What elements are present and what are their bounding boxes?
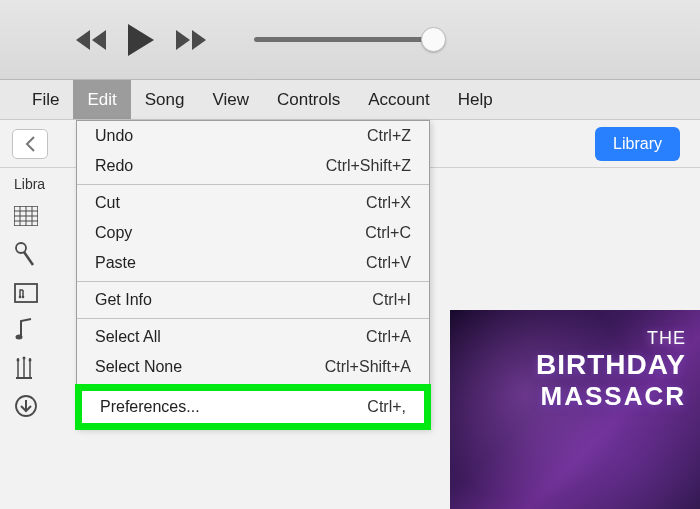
fast-forward-icon [174, 29, 208, 51]
menu-get-info[interactable]: Get InfoCtrl+I [77, 285, 429, 315]
menu-separator [77, 318, 429, 319]
guitar-icon[interactable] [14, 356, 42, 380]
svg-rect-9 [15, 284, 37, 302]
download-icon[interactable] [14, 394, 42, 418]
menu-view[interactable]: View [198, 80, 263, 119]
menu-copy[interactable]: CopyCtrl+C [77, 218, 429, 248]
menu-help[interactable]: Help [444, 80, 507, 119]
menu-paste[interactable]: PasteCtrl+V [77, 248, 429, 278]
menu-bar: File Edit Song View Controls Account Hel… [0, 80, 700, 120]
svg-line-8 [24, 252, 33, 265]
chevron-left-icon [24, 136, 36, 152]
rewind-icon [74, 29, 108, 51]
svg-point-17 [23, 357, 26, 360]
album-icon[interactable] [14, 280, 42, 304]
svg-point-11 [22, 296, 25, 299]
play-button[interactable] [126, 23, 156, 57]
menu-song[interactable]: Song [131, 80, 199, 119]
album-artwork[interactable]: THE BIRTHDAY MASSACR WALKING [450, 310, 700, 509]
microphone-icon[interactable] [14, 242, 42, 266]
menu-cut[interactable]: CutCtrl+X [77, 188, 429, 218]
sidebar [0, 204, 66, 418]
play-icon [126, 23, 156, 57]
svg-point-12 [16, 335, 23, 340]
menu-redo[interactable]: RedoCtrl+Shift+Z [77, 151, 429, 181]
playback-controls [74, 23, 208, 57]
fast-forward-button[interactable] [174, 29, 208, 51]
library-button[interactable]: Library [595, 127, 680, 161]
svg-point-7 [16, 243, 26, 253]
edit-dropdown: UndoCtrl+Z RedoCtrl+Shift+Z CutCtrl+X Co… [76, 120, 430, 429]
menu-account[interactable]: Account [354, 80, 443, 119]
svg-point-10 [19, 296, 22, 299]
menu-undo[interactable]: UndoCtrl+Z [77, 121, 429, 151]
menu-file[interactable]: File [18, 80, 73, 119]
album-title: THE BIRTHDAY MASSACR [536, 328, 686, 412]
menu-select-none[interactable]: Select NoneCtrl+Shift+A [77, 352, 429, 382]
menu-edit[interactable]: Edit [73, 80, 130, 119]
back-button[interactable] [12, 129, 48, 159]
menu-select-all[interactable]: Select AllCtrl+A [77, 322, 429, 352]
player-bar [0, 0, 700, 80]
progress-slider[interactable] [254, 37, 434, 42]
music-note-icon[interactable] [14, 318, 42, 342]
progress-knob[interactable] [421, 27, 446, 52]
rewind-button[interactable] [74, 29, 108, 51]
menu-separator [77, 184, 429, 185]
highlighted-item: Preferences...Ctrl+, [75, 384, 431, 430]
menu-preferences[interactable]: Preferences...Ctrl+, [82, 391, 424, 423]
menu-separator [77, 281, 429, 282]
svg-point-16 [17, 359, 20, 362]
grid-icon[interactable] [14, 204, 42, 228]
svg-point-18 [29, 359, 32, 362]
menu-controls[interactable]: Controls [263, 80, 354, 119]
